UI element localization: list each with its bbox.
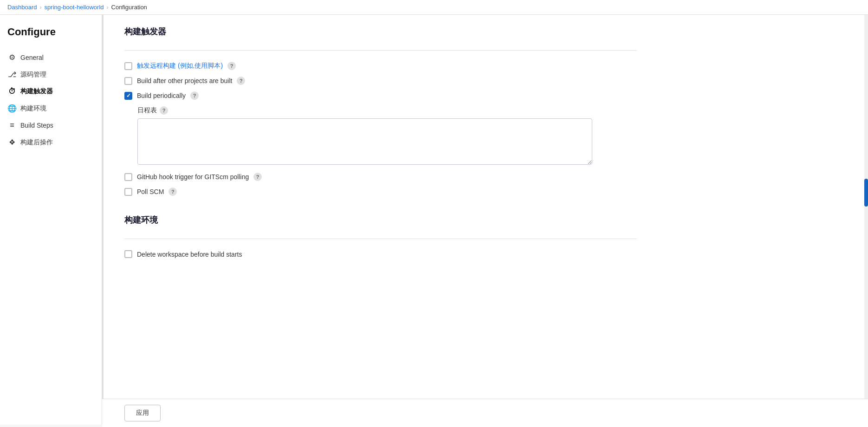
sidebar-item-label-source-code: 源码管理	[20, 71, 46, 79]
apply-button[interactable]: 应用	[124, 405, 161, 421]
sidebar-item-label-build-steps: Build Steps	[20, 122, 53, 129]
sidebar-item-build-env[interactable]: 🌐 构建环境	[7, 100, 102, 116]
build-after-label: Build after other projects are built	[137, 77, 232, 84]
spacer	[124, 277, 637, 304]
sidebar-title: Configure	[7, 26, 102, 38]
build-periodically-checkbox[interactable]	[124, 92, 132, 100]
build-after-checkbox[interactable]	[124, 77, 132, 85]
branch-icon: ⎇	[7, 70, 17, 79]
delete-workspace-row: Delete workspace before build starts	[124, 250, 637, 258]
section-title-build-triggers: 构建触发器	[124, 26, 637, 41]
schedule-help[interactable]: ?	[160, 106, 168, 115]
schedule-label-row: 日程表 ?	[137, 106, 637, 115]
github-hook-help[interactable]: ?	[253, 173, 262, 181]
poll-scm-row: Poll SCM ?	[124, 188, 637, 196]
poll-scm-checkbox[interactable]	[124, 188, 132, 196]
build-after-help[interactable]: ?	[237, 77, 245, 85]
build-after-row: Build after other projects are built ?	[124, 77, 637, 85]
list-icon: ≡	[7, 121, 17, 129]
remote-trigger-checkbox[interactable]	[124, 62, 132, 70]
sidebar-item-label-build-triggers: 构建触发器	[20, 87, 53, 96]
scrollbar-thumb[interactable]	[864, 179, 868, 207]
schedule-textarea[interactable]	[137, 118, 592, 165]
breadcrumb-dashboard[interactable]: Dashboard	[7, 4, 37, 11]
breadcrumb-sep-1: ›	[40, 4, 42, 11]
sidebar-item-build-triggers[interactable]: ⏱ 构建触发器	[7, 84, 102, 99]
breadcrumb: Dashboard › spring-boot-helloworld › Con…	[0, 0, 868, 15]
schedule-label-text: 日程表	[137, 106, 157, 115]
remote-trigger-label: 触发远程构建 (例如,使用脚本)	[137, 62, 223, 70]
sidebar-item-source-code[interactable]: ⎇ 源码管理	[7, 66, 102, 83]
remote-trigger-link[interactable]: 触发远程构建 (例如,使用脚本)	[137, 62, 223, 69]
delete-workspace-label: Delete workspace before build starts	[137, 251, 242, 258]
sidebar: Configure ⚙ General ⎇ 源码管理 ⏱ 构建触发器 🌐 构建环…	[0, 15, 102, 425]
divider-build-triggers	[124, 50, 637, 51]
schedule-section: 日程表 ?	[137, 106, 637, 166]
build-triggers-section: 构建触发器 触发远程构建 (例如,使用脚本) ? Build after oth…	[124, 26, 637, 196]
breadcrumb-sep-2: ›	[107, 4, 109, 11]
breadcrumb-project[interactable]: spring-boot-helloworld	[45, 4, 104, 11]
build-periodically-label: Build periodically	[137, 92, 186, 99]
main-content: 构建触发器 触发远程构建 (例如,使用脚本) ? Build after oth…	[102, 15, 868, 425]
scrollbar-track[interactable]	[864, 15, 868, 425]
globe-icon: 🌐	[7, 104, 17, 113]
sidebar-item-label-post-build: 构建后操作	[20, 138, 53, 147]
sidebar-item-general[interactable]: ⚙ General	[7, 49, 102, 65]
build-periodically-help[interactable]: ?	[190, 91, 199, 100]
sidebar-item-label-general: General	[20, 54, 44, 61]
remote-trigger-row: 触发远程构建 (例如,使用脚本) ?	[124, 62, 637, 70]
build-periodically-row: Build periodically ?	[124, 91, 637, 100]
build-env-section: 构建环境 Delete workspace before build start…	[124, 214, 637, 258]
delete-workspace-checkbox[interactable]	[124, 250, 132, 258]
remote-trigger-help[interactable]: ?	[227, 62, 236, 70]
poll-scm-help[interactable]: ?	[168, 188, 177, 196]
sidebar-item-label-build-env: 构建环境	[20, 104, 46, 113]
github-hook-checkbox[interactable]	[124, 173, 132, 181]
poll-scm-label: Poll SCM	[137, 188, 164, 195]
github-hook-row: GitHub hook trigger for GITScm polling ?	[124, 173, 637, 181]
section-title-build-env: 构建环境	[124, 214, 637, 229]
left-border	[102, 15, 104, 425]
breadcrumb-current: Configuration	[111, 4, 147, 11]
gear-icon: ⚙	[7, 53, 17, 62]
github-hook-label: GitHub hook trigger for GITScm polling	[137, 173, 249, 181]
clock-icon: ⏱	[7, 87, 17, 96]
bottom-bar: 应用	[102, 399, 868, 427]
sidebar-item-post-build[interactable]: ❖ 构建后操作	[7, 134, 102, 150]
sidebar-item-build-steps[interactable]: ≡ Build Steps	[7, 117, 102, 133]
divider-build-env	[124, 239, 637, 239]
diamond-icon: ❖	[7, 138, 17, 147]
